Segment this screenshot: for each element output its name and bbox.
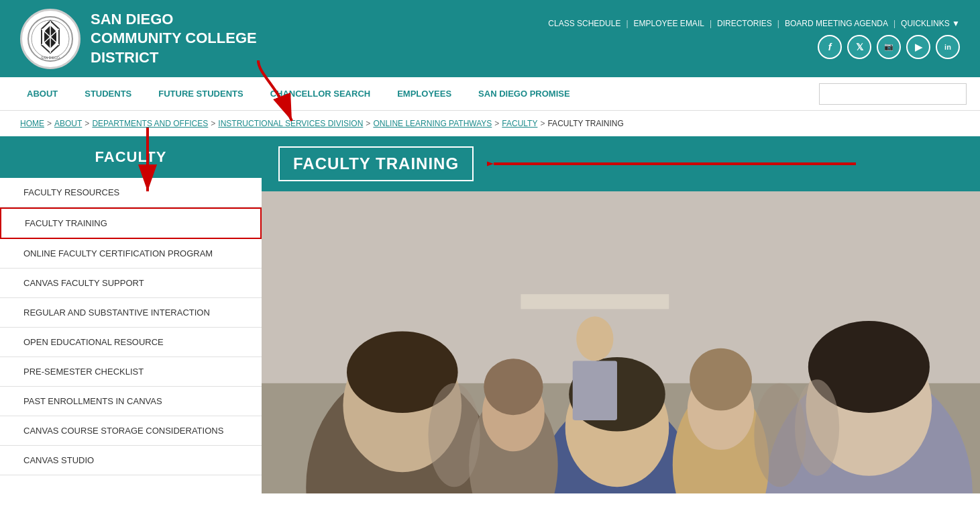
nav-future-students[interactable]: FUTURE STUDENTS [145,77,256,111]
svg-text:SAN DIEGO: SAN DIEGO [41,56,60,60]
nav-items: ABOUT STUDENTS FUTURE STUDENTS CHANCELLO… [13,77,819,111]
sep4: | [893,19,895,28]
breadcrumb-about[interactable]: ABOUT [54,119,82,128]
breadcrumb-online-learning[interactable]: ONLINE LEARNING PATHWAYS [373,119,492,128]
linkedin-icon[interactable]: in [936,35,960,59]
top-right: CLASS SCHEDULE | EMPLOYEE EMAIL | DIRECT… [548,19,960,59]
nav-bar: ABOUT STUDENTS FUTURE STUDENTS CHANCELLO… [0,77,980,111]
nav-search-input[interactable] [819,83,967,105]
svg-point-33 [795,379,839,476]
sidebar: FACULTY FACULTY RESOURCES FACULTY TRAINI… [0,136,262,523]
breadcrumb-faculty[interactable]: FACULTY [502,119,537,128]
content-arrow-annotation [487,147,963,181]
sep1: | [626,19,628,28]
board-meeting-link[interactable]: BOARD MEETING AGENDA [785,19,888,28]
sidebar-item-faculty-resources[interactable]: FACULTY RESOURCES [0,178,262,207]
sidebar-item-canvas-studio[interactable]: CANVAS STUDIO [0,446,262,475]
sidebar-item-faculty-training[interactable]: FACULTY TRAINING [0,207,262,239]
sidebar-item-pre-semester[interactable]: PRE-SEMESTER CHECKLIST [0,357,262,387]
sidebar-item-online-certification[interactable]: ONLINE FACULTY CERTIFICATION PROGRAM [0,239,262,269]
breadcrumb-instructional[interactable]: INSTRUCTIONAL SERVICES DIVISION [218,119,363,128]
breadcrumb: HOME > ABOUT > DEPARTMENTS AND OFFICES >… [0,111,980,136]
svg-point-31 [690,348,752,411]
sidebar-arrow-wrapper: FACULTY RESOURCES FACULTY TRAINING ONLIN… [0,178,262,475]
svg-point-36 [576,316,613,361]
svg-point-28 [484,359,543,415]
content-title: FACULTY TRAINING [278,146,474,181]
sidebar-item-regular-substantive[interactable]: REGULAR AND SUBSTANTIVE INTERACTION [0,298,262,328]
sidebar-item-open-educational[interactable]: OPEN EDUCATIONAL RESOURCE [0,328,262,357]
breadcrumb-current: FACULTY TRAINING [547,119,623,128]
social-icons: f 𝕏 📷 ▶ in [818,35,960,59]
logo-area: SAN DIEGO SAN DIEGO COMMUNITY COLLEGE DI… [20,9,257,69]
breadcrumb-departments[interactable]: DEPARTMENTS AND OFFICES [92,119,208,128]
employee-email-link[interactable]: EMPLOYEE EMAIL [634,19,704,28]
content-area: FACULTY TRAINING [262,136,980,523]
svg-rect-37 [573,361,617,420]
twitter-icon[interactable]: 𝕏 [847,35,871,59]
sidebar-title: FACULTY [0,136,262,178]
top-bar: SAN DIEGO SAN DIEGO COMMUNITY COLLEGE DI… [0,0,980,77]
sidebar-item-canvas-faculty-support[interactable]: CANVAS FACULTY SUPPORT [0,269,262,298]
classroom-photo [262,191,980,493]
breadcrumb-home[interactable]: HOME [20,119,44,128]
main-layout: FACULTY FACULTY RESOURCES FACULTY TRAINI… [0,136,980,523]
directories-link[interactable]: DIRECTORIES [717,19,772,28]
sep3: | [777,19,779,28]
school-logo: SAN DIEGO [20,9,80,69]
content-header: FACULTY TRAINING [262,136,980,191]
nav-about[interactable]: ABOUT [13,77,71,111]
sidebar-item-past-enrollments[interactable]: PAST ENROLLMENTS IN CANVAS [0,387,262,416]
facebook-icon[interactable]: f [818,35,842,59]
nav-employees[interactable]: EMPLOYEES [384,77,465,111]
nav-chancellor-search[interactable]: CHANCELLOR SEARCH [257,77,384,111]
top-links: CLASS SCHEDULE | EMPLOYEE EMAIL | DIRECT… [548,19,960,28]
svg-point-34 [428,383,480,487]
nav-san-diego-promise[interactable]: SAN DIEGO PROMISE [465,77,584,111]
content-image [262,191,980,493]
quicklinks-dropdown[interactable]: QUICKLINKS ▼ [901,19,960,28]
nav-students[interactable]: STUDENTS [71,77,145,111]
youtube-icon[interactable]: ▶ [906,35,930,59]
instagram-icon[interactable]: 📷 [877,35,901,59]
class-schedule-link[interactable]: CLASS SCHEDULE [548,19,620,28]
svg-rect-35 [521,294,669,309]
sidebar-item-canvas-storage[interactable]: CANVAS COURSE STORAGE CONSIDERATIONS [0,416,262,446]
school-name: SAN DIEGO COMMUNITY COLLEGE DISTRICT [91,10,257,68]
sep2: | [710,19,712,28]
